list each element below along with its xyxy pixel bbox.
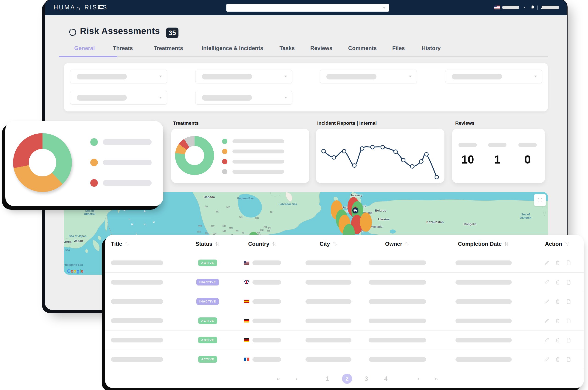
- cell-completion-date: [430, 280, 538, 285]
- pagination-next[interactable]: ›: [418, 375, 420, 383]
- filter-funnel-icon[interactable]: [564, 241, 570, 247]
- tab-files[interactable]: Files: [392, 45, 405, 51]
- document-icon[interactable]: [566, 260, 572, 266]
- table-row-3[interactable]: INACTIVE: [105, 292, 584, 311]
- filter-dropdown-2[interactable]: [195, 70, 293, 83]
- column-header-owner[interactable]: Owner: [365, 241, 430, 247]
- document-icon[interactable]: [566, 279, 572, 285]
- cell-city: [292, 357, 365, 362]
- table-row-4[interactable]: ACTIVE: [105, 311, 584, 330]
- edit-pencil-icon[interactable]: [544, 260, 550, 266]
- tab-history[interactable]: History: [422, 45, 441, 51]
- map-marker-factory[interactable]: M: [363, 214, 371, 221]
- delete-trash-icon[interactable]: [555, 298, 561, 304]
- treatments-donut-chart: [175, 136, 214, 175]
- map-marker-truck[interactable]: M: [342, 216, 349, 223]
- document-icon[interactable]: [566, 298, 572, 304]
- chevron-down-icon: [284, 97, 287, 98]
- delete-trash-icon[interactable]: [555, 318, 561, 324]
- edit-pencil-icon[interactable]: [544, 318, 550, 324]
- column-header-status[interactable]: Status: [182, 241, 233, 247]
- document-icon[interactable]: [566, 318, 572, 324]
- map-label-sea-of-okhotsk: Sea of Okhotsk: [520, 213, 531, 220]
- legend-label-skeleton: [103, 139, 151, 145]
- map-marker-truck[interactable]: [352, 207, 358, 213]
- gray-dot-icon: [222, 169, 227, 174]
- pagination-page-3[interactable]: 3: [364, 375, 368, 383]
- column-header-city[interactable]: City: [292, 241, 365, 247]
- table-row-1[interactable]: ACTIVE: [105, 253, 584, 272]
- map-label-mb: MB: [227, 206, 230, 208]
- tab-intelligence-incidents[interactable]: Intelligence & Incidents: [202, 45, 263, 51]
- tab-reviews[interactable]: Reviews: [310, 45, 332, 51]
- title-skeleton: [111, 299, 163, 304]
- column-header-country[interactable]: Country: [233, 241, 292, 247]
- edit-pencil-icon[interactable]: [544, 337, 550, 343]
- line-data-point: [410, 165, 414, 168]
- pagination-prev[interactable]: ‹: [296, 375, 298, 383]
- city-skeleton: [305, 280, 351, 285]
- filter-dropdown-1[interactable]: [70, 70, 167, 83]
- red-dot-icon: [222, 159, 227, 164]
- review-stat-2: 1: [485, 143, 510, 166]
- chevron-down-icon: [284, 76, 287, 77]
- column-header-label: Owner: [385, 241, 402, 247]
- pagination-page-4[interactable]: 4: [384, 375, 388, 383]
- filter-dropdown-5[interactable]: [70, 91, 167, 104]
- table-row-5[interactable]: ACTIVE: [105, 330, 584, 349]
- incidents-card-title: Incident Reports | Internal: [317, 120, 377, 126]
- sort-arrows-icon[interactable]: [125, 241, 130, 247]
- column-header-completion-date[interactable]: Completion Date: [430, 241, 538, 247]
- completion-date-skeleton: [455, 319, 512, 323]
- filter-dropdown-3[interactable]: [320, 70, 417, 83]
- pagination-first[interactable]: «: [277, 375, 280, 383]
- sort-arrows-icon[interactable]: [215, 241, 220, 247]
- tab-tasks[interactable]: Tasks: [280, 45, 295, 51]
- sort-arrows-icon[interactable]: [404, 241, 409, 247]
- chevron-down-icon[interactable]: [523, 7, 526, 8]
- filter-dropdown-6[interactable]: [195, 91, 293, 104]
- pagination-last[interactable]: »: [434, 375, 438, 383]
- edit-pencil-icon[interactable]: [544, 356, 550, 362]
- review-stat-1: 10: [455, 143, 480, 166]
- notifications-bell-icon[interactable]: [530, 5, 536, 10]
- delete-trash-icon[interactable]: [555, 337, 561, 343]
- legend-item-green: [90, 138, 151, 146]
- document-icon[interactable]: [566, 356, 572, 362]
- edit-pencil-icon[interactable]: [544, 298, 550, 304]
- country-skeleton: [252, 260, 281, 265]
- delete-trash-icon[interactable]: [555, 260, 561, 266]
- cell-actions: [538, 260, 578, 266]
- document-icon[interactable]: [566, 337, 572, 343]
- map-label-ns: NS: [267, 229, 271, 232]
- language-flag-us-icon[interactable]: [494, 5, 500, 9]
- pagination-page-2[interactable]: 2: [342, 374, 352, 384]
- column-header-action[interactable]: Action: [538, 241, 578, 247]
- cell-actions: [538, 279, 578, 285]
- sort-arrows-icon[interactable]: [504, 241, 509, 247]
- tab-treatments[interactable]: Treatments: [154, 45, 183, 51]
- map-marker-building[interactable]: M: [334, 201, 341, 209]
- table-row-2[interactable]: INACTIVE: [105, 272, 584, 292]
- column-header-title[interactable]: Title: [111, 241, 182, 247]
- review-label-skeleton: [488, 143, 506, 147]
- pagination-page-1[interactable]: 1: [326, 375, 329, 383]
- map-fullscreen-button[interactable]: [534, 194, 546, 206]
- filter-dropdown-4[interactable]: [445, 70, 542, 83]
- city-skeleton: [305, 299, 351, 304]
- map-marker-building[interactable]: L: [346, 225, 353, 233]
- table-row-6[interactable]: ACTIVE: [105, 349, 584, 369]
- edit-pencil-icon[interactable]: [544, 279, 550, 285]
- tab-threats[interactable]: Threats: [113, 45, 133, 51]
- review-stat-3: 0: [515, 143, 540, 166]
- sort-arrows-icon[interactable]: [332, 241, 338, 247]
- delete-trash-icon[interactable]: [555, 356, 561, 362]
- cell-owner: [365, 260, 430, 265]
- map-label-wi: WI: [236, 229, 239, 232]
- column-header-label: City: [320, 241, 330, 247]
- line-data-point: [394, 150, 397, 153]
- tab-general[interactable]: General: [74, 45, 95, 51]
- delete-trash-icon[interactable]: [555, 279, 561, 285]
- sort-arrows-icon[interactable]: [272, 241, 277, 247]
- tab-comments[interactable]: Comments: [348, 45, 377, 51]
